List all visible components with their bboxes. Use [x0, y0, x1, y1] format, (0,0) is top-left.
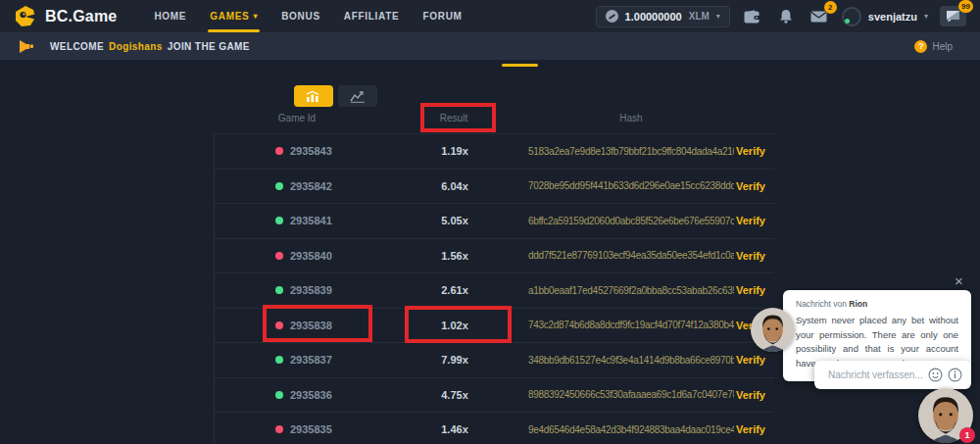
status-dot — [275, 182, 283, 190]
hash-value: 7028be95dd95f441b633d6d296e0ae15cc6238dd… — [528, 180, 734, 191]
status-dot — [275, 252, 283, 260]
chat-bubble-icon — [946, 10, 960, 23]
hash-value: 5183a2ea7e9d8e13fb79bbf21bc9ffc804dada4a… — [528, 146, 734, 157]
table-row[interactable]: 2935843 1.19x 5183a2ea7e9d8e13fb79bbf21b… — [215, 133, 774, 169]
verify-link[interactable]: Verify — [736, 250, 775, 262]
chevron-down-icon: ▾ — [924, 12, 928, 21]
game-id-cell: 2935840 — [215, 250, 381, 262]
nav-affiliate[interactable]: AFFILIATE — [332, 0, 412, 32]
status-dot — [275, 425, 283, 433]
result-value: 5.05x — [381, 215, 528, 226]
close-icon[interactable]: × — [955, 273, 963, 288]
hash-value: ddd7f521e87769103ecf94ea35da50ee354efd1c… — [528, 250, 734, 261]
bcgame-logo-icon — [14, 5, 37, 28]
verify-link[interactable]: Verify — [736, 389, 775, 401]
table-row[interactable]: 2935836 4.75x 8988392450666c53f30afaaaea… — [215, 377, 774, 413]
username: svenjatzu — [868, 11, 917, 23]
game-id-cell: 2935841 — [215, 215, 381, 226]
table-row[interactable]: 2935837 7.99x 348bb9db61527e4c9f3e4a1414… — [215, 342, 774, 377]
messages-button[interactable]: 2 — [808, 7, 830, 26]
game-id-cell: 2935843 — [215, 145, 381, 157]
brand-logo[interactable]: BC.Game — [14, 5, 117, 28]
top-navigation-bar: BC.Game HOME GAMES▾ BONUS AFFILIATE FORU… — [0, 0, 980, 32]
game-id-cell: 2935835 — [215, 423, 381, 435]
hash-value: a1bb0eaaf17ed4527669f2a0bba8cc53abab26c6… — [528, 285, 734, 296]
balance-selector[interactable]: 1.00000000 XLM ▾ — [596, 6, 730, 27]
chevron-down-icon: ▾ — [716, 12, 720, 21]
verify-link[interactable]: Verify — [736, 180, 775, 192]
welcome-username: Dogishans — [109, 41, 163, 52]
table-row[interactable]: 2935841 5.05x 6bffc2a59159d2060d0abc85f5… — [215, 203, 774, 238]
chat-input-placeholder: Nachricht verfassen... — [828, 370, 923, 380]
table-header-row: Game Id Result Hash — [214, 102, 774, 133]
game-id-cell: 2935838 — [215, 320, 381, 331]
balance-amount: 1.00000000 — [625, 11, 682, 23]
nav-games[interactable]: GAMES▾ — [198, 0, 270, 32]
help-icon: ? — [914, 40, 927, 53]
verify-link[interactable]: Verify — [736, 354, 775, 366]
status-dot — [275, 321, 283, 329]
result-value: 1.46x — [381, 423, 528, 435]
chat-sender-name: Rion — [849, 299, 867, 309]
user-avatar — [842, 7, 861, 26]
verify-link[interactable]: Verify — [736, 423, 775, 435]
line-chart-icon — [350, 90, 366, 103]
game-id-cell: 2935836 — [215, 389, 381, 401]
main-nav: HOME GAMES▾ BONUS AFFILIATE FORUM — [142, 0, 473, 32]
column-header-hash: Hash — [527, 113, 735, 123]
nav-forum[interactable]: FORUM — [411, 0, 473, 32]
status-dot — [275, 147, 283, 155]
wallet-button[interactable] — [742, 7, 763, 26]
hash-value: 8988392450666c53f30afaaaea69c1d6a7c0407e… — [528, 389, 734, 400]
megaphone-icon — [18, 39, 34, 54]
emoji-icon[interactable] — [928, 368, 943, 382]
table-row[interactable]: 2935842 6.04x 7028be95dd95f441b633d6d296… — [215, 169, 774, 204]
hash-value: 743c2d874b6d8a8dcdf9fc19acf4d70f74f12a38… — [528, 320, 734, 330]
chevron-down-icon: ▾ — [253, 12, 258, 21]
mail-badge: 2 — [824, 1, 837, 14]
result-value: 6.04x — [381, 180, 528, 192]
game-id: 2935836 — [290, 389, 332, 401]
hash-value: 348bb9db61527e4c9f3e4a1414d9b8ba66ce8970… — [528, 355, 734, 366]
status-dot — [275, 391, 283, 399]
game-id-cell: 2935839 — [215, 284, 381, 296]
result-value: 7.99x — [381, 354, 528, 366]
table-row[interactable]: 2935840 1.56x ddd7f521e87769103ecf94ea35… — [215, 238, 774, 273]
hash-value: 9e4d6546d4e58a42d3b4f924883baa4daac019ce… — [528, 424, 734, 435]
announcement-bar: WELCOME Dogishans JOIN THE GAME ? Help — [0, 32, 980, 60]
game-id: 2935841 — [290, 215, 332, 226]
table-row[interactable]: 2935838 1.02x 743c2d874b6d8a8dcdf9fc19ac… — [215, 308, 774, 343]
unread-count-badge: 1 — [959, 427, 975, 443]
verify-link[interactable]: Verify — [736, 145, 775, 157]
chat-input[interactable]: Nachricht verfassen... — [814, 361, 971, 389]
bell-icon — [779, 9, 793, 24]
game-id: 2935840 — [290, 250, 332, 262]
chat-sender-avatar — [751, 308, 795, 352]
table-row[interactable]: 2935835 1.46x 9e4d6546d4e58a42d3b4f92488… — [215, 412, 774, 444]
game-history-table: Game Id Result Hash 2935843 1.19x 5183a2… — [214, 102, 774, 444]
result-value: 1.19x — [381, 145, 528, 157]
coin-icon — [606, 10, 618, 23]
table-row[interactable]: 2935839 2.61x a1bb0eaaf17ed4527669f2a0bb… — [215, 272, 774, 308]
wallet-icon — [744, 10, 760, 24]
topbar-right-cluster: 1.00000000 XLM ▾ 2 — [596, 6, 966, 27]
help-button[interactable]: ? Help — [914, 40, 953, 53]
user-menu[interactable]: svenjatzu ▾ — [842, 7, 928, 26]
info-icon[interactable] — [948, 368, 962, 382]
mail-icon — [810, 11, 827, 23]
game-id-cell: 2935837 — [215, 354, 381, 366]
bar-chart-icon — [306, 90, 321, 103]
verify-link[interactable]: Verify — [736, 215, 775, 226]
column-header-result: Result — [380, 113, 527, 123]
nav-home[interactable]: HOME — [142, 0, 198, 32]
verify-link[interactable]: Verify — [736, 284, 775, 296]
game-id: 2935842 — [290, 180, 332, 192]
balance-currency: XLM — [689, 11, 710, 22]
nav-bonus[interactable]: BONUS — [270, 0, 332, 32]
result-value: 4.75x — [381, 389, 528, 401]
notifications-button[interactable] — [775, 7, 797, 26]
status-dot — [275, 286, 283, 294]
chat-badge: 99 — [958, 0, 973, 13]
chat-floating-avatar-wrap: 1 — [918, 388, 973, 443]
chat-toggle-button[interactable]: 99 — [940, 6, 966, 26]
